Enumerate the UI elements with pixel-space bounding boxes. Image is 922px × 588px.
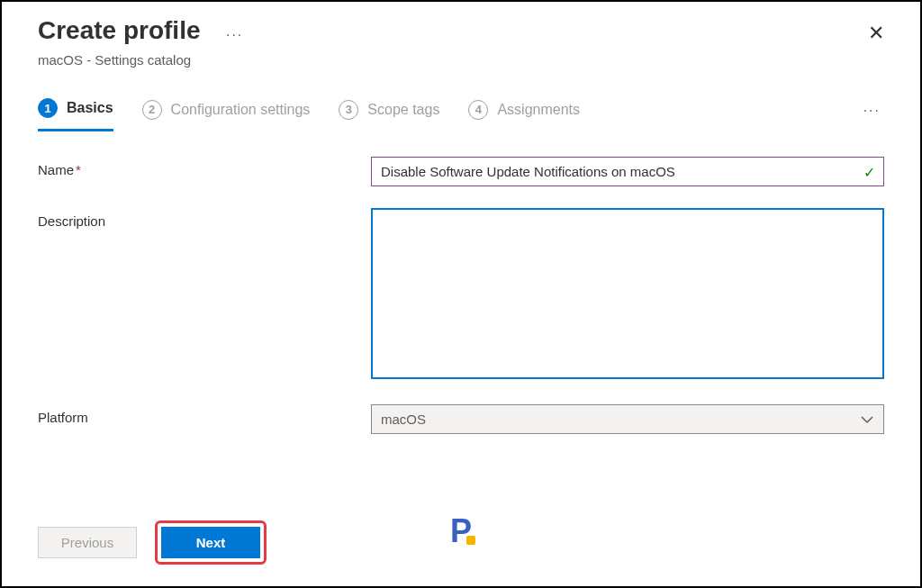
- name-control: ✓: [371, 157, 884, 186]
- name-label: Name*: [38, 157, 371, 177]
- description-control: [371, 208, 884, 383]
- tab-label: Scope tags: [367, 102, 439, 118]
- form-row-description: Description: [38, 208, 884, 383]
- page-title: Create profile: [38, 16, 201, 45]
- tab-step-number: 2: [142, 100, 162, 120]
- tabs-more-icon[interactable]: ···: [863, 103, 884, 119]
- tab-step-number: 1: [38, 98, 58, 118]
- form: Name* ✓ Description Platform macOS: [2, 131, 920, 434]
- tab-configuration-settings[interactable]: 2 Configuration settings: [142, 91, 311, 131]
- platform-control: macOS: [371, 404, 884, 434]
- tab-step-number: 3: [339, 100, 358, 120]
- tab-label: Assignments: [497, 102, 580, 118]
- checkmark-icon: ✓: [863, 163, 875, 180]
- footer: Previous Next: [38, 520, 267, 565]
- name-input[interactable]: [371, 157, 884, 186]
- description-input[interactable]: [371, 208, 884, 379]
- page-subtitle: macOS - Settings catalog: [2, 52, 920, 89]
- description-label: Description: [38, 208, 371, 229]
- tab-scope-tags[interactable]: 3 Scope tags: [339, 91, 439, 131]
- platform-select[interactable]: macOS: [371, 404, 884, 434]
- form-row-name: Name* ✓: [38, 157, 884, 186]
- header: Create profile ··· ✕: [2, 2, 920, 52]
- platform-label: Platform: [38, 404, 371, 425]
- next-highlight: Next: [155, 520, 267, 565]
- tab-basics[interactable]: 1 Basics: [38, 89, 113, 131]
- watermark-logo-icon: P: [450, 512, 472, 550]
- previous-button[interactable]: Previous: [38, 527, 137, 558]
- tab-assignments[interactable]: 4 Assignments: [468, 91, 580, 131]
- close-icon[interactable]: ✕: [868, 22, 884, 45]
- header-more-icon[interactable]: ···: [226, 27, 243, 43]
- tab-label: Configuration settings: [171, 102, 311, 118]
- wizard-tabs: 1 Basics 2 Configuration settings 3 Scop…: [2, 89, 920, 131]
- next-button[interactable]: Next: [161, 527, 260, 558]
- dialog-container: Create profile ··· ✕ macOS - Settings ca…: [2, 2, 920, 586]
- tab-step-number: 4: [468, 100, 488, 120]
- required-asterisk: *: [76, 162, 81, 177]
- tab-label: Basics: [67, 100, 113, 116]
- watermark: P: [450, 512, 472, 550]
- form-row-platform: Platform macOS: [38, 404, 884, 434]
